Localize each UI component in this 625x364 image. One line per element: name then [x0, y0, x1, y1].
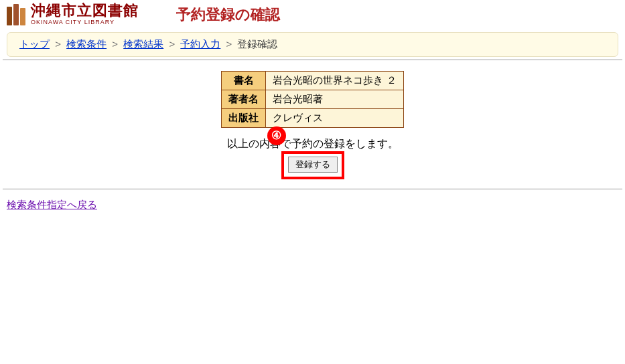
footer-links: 検索条件指定へ戻る	[0, 189, 625, 221]
breadcrumb-link-search-results[interactable]: 検索結果	[123, 38, 163, 50]
table-header-title: 書名	[222, 72, 266, 90]
breadcrumb-sep: >	[226, 38, 232, 50]
breadcrumb-bar: トップ > 検索条件 > 検索結果 > 予約入力 > 登録確認	[7, 32, 618, 57]
breadcrumb-link-reservation-input[interactable]: 予約入力	[180, 38, 220, 50]
register-button[interactable]: 登録する	[288, 157, 338, 173]
main-content: 書名 岩合光昭の世界ネコ歩き ２ 著者名 岩合光昭著 出版社 クレヴィス 以上の…	[0, 60, 625, 173]
breadcrumb-link-search-conditions[interactable]: 検索条件	[66, 38, 107, 50]
back-to-search-link[interactable]: 検索条件指定へ戻る	[7, 199, 97, 210]
library-name: 沖縄市立図書館 OKINAWA CITY LIBRARY	[31, 3, 139, 25]
confirm-text: 以上の内容で予約の登録をします。	[227, 137, 399, 151]
breadcrumb-link-top[interactable]: トップ	[19, 38, 50, 50]
reservation-info-table: 書名 岩合光昭の世界ネコ歩き ２ 著者名 岩合光昭著 出版社 クレヴィス	[221, 71, 403, 128]
breadcrumb-sep: >	[112, 38, 118, 50]
table-header-author: 著者名	[222, 90, 266, 109]
table-row: 書名 岩合光昭の世界ネコ歩き ２	[222, 72, 403, 90]
table-cell-title: 岩合光昭の世界ネコ歩き ２	[266, 72, 403, 90]
table-cell-publisher: クレヴィス	[266, 109, 403, 128]
header: 沖縄市立図書館 OKINAWA CITY LIBRARY 予約登録の確認	[0, 0, 625, 27]
table-row: 著者名 岩合光昭著	[222, 90, 403, 109]
library-logo-icon	[7, 4, 25, 25]
breadcrumb-sep: >	[169, 38, 175, 50]
breadcrumb-sep: >	[55, 38, 61, 50]
submit-area: 登録する	[288, 157, 338, 173]
library-name-jp: 沖縄市立図書館	[31, 3, 139, 18]
table-cell-author: 岩合光昭著	[266, 90, 403, 109]
library-name-en: OKINAWA CITY LIBRARY	[31, 19, 139, 25]
table-header-publisher: 出版社	[222, 109, 266, 128]
breadcrumb-current: 登録確認	[237, 38, 277, 50]
table-row: 出版社 クレヴィス	[222, 109, 403, 128]
breadcrumb: トップ > 検索条件 > 検索結果 > 予約入力 > 登録確認	[19, 38, 277, 50]
step-badge-icon: ④	[267, 126, 286, 145]
page-title: 予約登録の確認	[176, 5, 280, 25]
